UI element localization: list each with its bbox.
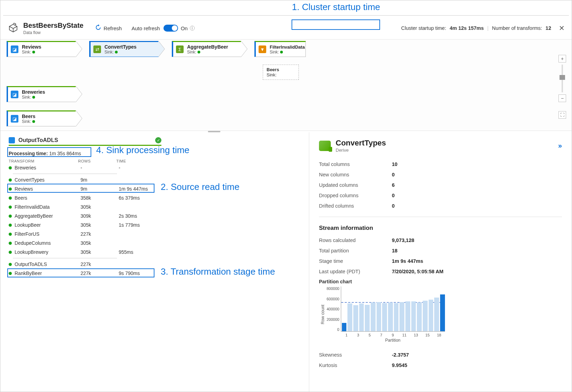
- zoom-in-button[interactable]: +: [558, 55, 566, 62]
- node-sink-status: Sink:: [267, 72, 295, 77]
- auto-refresh-label: Auto refresh: [132, 25, 160, 31]
- chart-bar[interactable]: [347, 303, 352, 331]
- kv-value: 9,073,128: [392, 237, 414, 243]
- chart-bar[interactable]: [429, 300, 434, 331]
- chart-bar[interactable]: [365, 305, 370, 331]
- chart-bar[interactable]: [434, 298, 439, 332]
- table-header: TRANSFORM ROWS TIME: [9, 159, 303, 163]
- table-row[interactable]: AggregateByBeer 309k 2s 30ms: [9, 211, 303, 220]
- kv-label: Kurtosis: [319, 362, 392, 368]
- row-rows: 358k: [81, 195, 119, 201]
- zoom-out-button[interactable]: −: [558, 94, 566, 102]
- info-icon[interactable]: i: [190, 26, 195, 31]
- zoom-slider[interactable]: [562, 65, 563, 92]
- row-time: 6s 379ms: [119, 195, 167, 201]
- chart-bar[interactable]: [377, 302, 381, 332]
- status-dot: [9, 215, 12, 218]
- node-beers[interactable]: ◪ Beers Sink:: [7, 110, 76, 126]
- node-reviews[interactable]: ◪ Reviews Sink:: [7, 41, 76, 57]
- node-breweries[interactable]: ◪ Breweries Sink:: [7, 86, 76, 102]
- row-name: LookupBeer: [15, 222, 81, 228]
- status-dot: [9, 263, 12, 266]
- row-name: Beers: [15, 195, 81, 201]
- kv-label: Last update (PDT): [319, 269, 392, 274]
- table-row[interactable]: FilterInvalidData 305k: [9, 202, 303, 211]
- chart-bar[interactable]: [405, 301, 410, 331]
- kv-value: 7/20/2020, 5:05:58 AM: [392, 269, 444, 274]
- expand-icon[interactable]: »: [558, 142, 562, 150]
- node-sink-status: Sink:: [22, 119, 35, 124]
- status-dot: [9, 251, 12, 254]
- row-name: AggregateByBeer: [15, 213, 81, 219]
- chart-bar[interactable]: [394, 303, 399, 331]
- table-row[interactable]: FilterForUS 227k: [9, 230, 303, 239]
- chart-bar[interactable]: [411, 301, 416, 331]
- node-aggregate[interactable]: Σ AggregateByBeer Sink:: [172, 41, 241, 57]
- node-filter[interactable]: ▼ FilterInvalidData Sink:: [254, 41, 306, 57]
- kv-value: 0: [392, 203, 395, 209]
- chart-bar[interactable]: [371, 302, 376, 331]
- chart-bar[interactable]: [382, 303, 387, 331]
- header: BestBeersByState Data flow Refresh Auto …: [7, 19, 565, 37]
- transforms-value: 12: [546, 25, 551, 31]
- chart-yticks: 8000006000004000002000000: [327, 286, 341, 332]
- row-name: OutputToADLS: [15, 261, 81, 267]
- aggregate-icon: Σ: [176, 45, 184, 53]
- table-row[interactable]: LookupBeer 305k 1s 779ms: [9, 220, 303, 230]
- row-rows: 305k: [81, 240, 119, 246]
- table-row[interactable]: LookupBrewery 305k 955ms: [9, 248, 303, 257]
- node-sink-status: Sink:: [187, 50, 228, 55]
- row-rows: -: [81, 165, 119, 170]
- derive-icon: ⇄: [93, 45, 101, 53]
- refresh-button[interactable]: Refresh: [103, 25, 122, 31]
- node-converttypes[interactable]: ⇄ ConvertTypes Sink:: [89, 41, 159, 57]
- close-icon[interactable]: ✕: [559, 24, 565, 32]
- chart-bar[interactable]: [359, 303, 364, 331]
- row-rows: 227k: [81, 231, 119, 237]
- chart-bar[interactable]: [417, 302, 422, 331]
- kv-value: 6: [392, 182, 395, 188]
- zoom-fit-button[interactable]: ⛶: [558, 111, 566, 119]
- node-sink-status: Sink:: [22, 50, 41, 55]
- node-label: Breweries: [22, 89, 45, 95]
- chart-bar[interactable]: [353, 305, 358, 331]
- status-dot: [9, 233, 12, 236]
- chart-bar[interactable]: [388, 302, 393, 331]
- table-row[interactable]: ConvertTypes 9m: [9, 175, 303, 184]
- page-title: BestBeersByState: [23, 22, 83, 30]
- node-sink-status: Sink:: [270, 50, 305, 55]
- pipeline-canvas[interactable]: ◪ Reviews Sink: ⇄ ConvertTypes Sink: Σ A…: [0, 39, 572, 131]
- kv-value: -2.3757: [392, 352, 409, 358]
- annotation-2-box: [7, 184, 154, 193]
- chart-ylabel: Row count: [319, 286, 327, 343]
- source-icon: ◪: [11, 115, 18, 123]
- auto-refresh-toggle[interactable]: [163, 25, 178, 32]
- detail-subtitle: Derive: [336, 148, 386, 153]
- kv-label: Updated columns: [319, 182, 392, 188]
- node-beers-lookup[interactable]: Beers Sink:: [263, 65, 299, 80]
- table-row[interactable]: Breweries - -: [9, 163, 303, 172]
- stream-section-title: Stream information: [319, 225, 562, 232]
- chart-bar[interactable]: [440, 294, 445, 331]
- sink-panel: OutputToADLS ✓ Processing time: 1m 35s 8…: [0, 132, 309, 392]
- chart-bar[interactable]: [342, 323, 347, 331]
- refresh-icon[interactable]: [95, 24, 101, 32]
- status-dot: [9, 206, 12, 209]
- node-sink-status: Sink:: [104, 50, 136, 55]
- chart-bar[interactable]: [423, 301, 428, 331]
- filter-icon: ▼: [259, 45, 266, 53]
- partition-chart: [341, 286, 445, 332]
- table-row[interactable]: DedupeColumns 305k: [9, 239, 303, 248]
- annotation-3: 3. Transformation stage time: [161, 266, 275, 277]
- kv-value: 18: [392, 248, 397, 253]
- table-row[interactable]: Beers 358k 6s 379ms: [9, 193, 303, 202]
- annotation-4: 4. Sink processing time: [96, 145, 190, 156]
- kv-label: Skewness: [319, 352, 392, 358]
- chart-bar[interactable]: [399, 302, 404, 332]
- node-label: Beers: [267, 67, 295, 72]
- kv-value: 0: [392, 172, 395, 177]
- status-dot: [9, 197, 12, 200]
- cluster-startup-value: 4m 12s 157ms: [449, 25, 483, 31]
- row-rows: 9m: [81, 177, 119, 183]
- node-label: Beers: [22, 114, 35, 119]
